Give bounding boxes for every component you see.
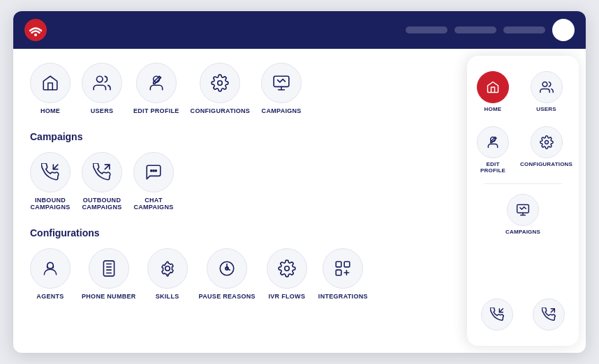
pause-reasons-label: PAUSE REASONS — [199, 293, 256, 300]
right-home-icon — [486, 80, 500, 94]
nav-campaigns[interactable]: CAMPAIGNS — [261, 63, 302, 114]
svg-point-28 — [545, 141, 548, 144]
campaigns-icon-circle — [261, 63, 302, 103]
outbound-label: OUTBOUNDCAMPAIGNS — [82, 197, 121, 211]
right-home-label: HOME — [485, 106, 502, 112]
top-icons-row: HOME USERS — [30, 63, 450, 114]
right-configurations[interactable]: CONFIGURATIONS — [517, 122, 575, 178]
logo — [24, 19, 47, 41]
left-panel: HOME USERS — [13, 49, 467, 353]
chat-campaigns[interactable]: CHATCAMPAIGNS — [133, 152, 174, 211]
svg-rect-14 — [103, 261, 114, 276]
campaigns-section-header: Campaigns — [30, 131, 450, 142]
svg-point-19 — [165, 266, 170, 271]
nav-pills — [406, 19, 575, 41]
svg-point-26 — [542, 82, 547, 87]
campaigns-label: CAMPAIGNS — [262, 107, 302, 114]
right-campaigns-label: CAMPAIGNS — [505, 229, 540, 235]
ivr-icon — [278, 259, 296, 278]
nav-home[interactable]: HOME — [30, 63, 71, 114]
right-edit-profile-label: EDIT PROFILE — [477, 161, 509, 174]
svg-line-8 — [53, 165, 58, 169]
campaigns-icons-row: INBOUNDCAMPAIGNS OUTBOUNDCAMPAIGNS — [30, 152, 450, 211]
agent-icon — [41, 259, 59, 278]
svg-point-13 — [47, 262, 54, 268]
nav-configurations[interactable]: CONFIGURATIONS — [191, 63, 251, 114]
skills-nav[interactable]: SKILLS — [147, 248, 188, 300]
svg-point-10 — [151, 170, 152, 172]
ivr-flows-nav[interactable]: IVR FLOWS — [267, 248, 307, 300]
users-icon — [93, 74, 111, 92]
svg-point-11 — [153, 170, 154, 172]
right-edit-profile-circle — [477, 126, 509, 158]
agents-nav[interactable]: AGENTS — [30, 248, 71, 300]
ivr-flows-label: IVR FLOWS — [269, 293, 306, 300]
right-inbound-icon — [490, 308, 504, 321]
right-users-circle — [531, 71, 563, 103]
right-panel-grid: HOME USERS — [474, 67, 572, 178]
pause-reasons-icon — [218, 259, 236, 278]
phone-number-icon-circle — [89, 248, 129, 289]
phone-number-icon — [100, 259, 118, 278]
right-inbound[interactable] — [474, 294, 520, 335]
right-outbound-icon — [542, 308, 556, 321]
chat-label: CHATCAMPAIGNS — [133, 197, 173, 211]
svg-point-1 — [34, 33, 37, 36]
user-avatar[interactable] — [552, 19, 575, 41]
svg-point-12 — [155, 170, 156, 172]
chat-icon — [145, 163, 163, 181]
svg-line-9 — [105, 165, 110, 169]
right-outbound[interactable] — [526, 294, 572, 335]
right-edit-profile-icon — [486, 135, 500, 149]
right-campaigns-icon — [516, 203, 530, 217]
configurations-icons-row: AGENTS PHONE NUMBER — [30, 248, 450, 300]
integrations-icon — [334, 259, 352, 278]
nav-pill-1 — [406, 26, 448, 33]
right-inbound-circle — [481, 298, 513, 331]
right-users[interactable]: USERS — [517, 67, 575, 116]
right-campaigns[interactable]: CAMPAIGNS — [503, 190, 543, 239]
inbound-campaigns[interactable]: INBOUNDCAMPAIGNS — [30, 152, 71, 211]
configurations-icon — [211, 74, 229, 92]
skills-icon-circle — [147, 248, 188, 289]
app-window: HOME USERS — [13, 11, 586, 353]
agents-label: AGENTS — [36, 293, 64, 300]
skills-label: SKILLS — [156, 293, 179, 300]
inbound-label: INBOUNDCAMPAIGNS — [30, 197, 70, 211]
phone-number-nav[interactable]: PHONE NUMBER — [82, 248, 136, 300]
configurations-label: CONFIGURATIONS — [191, 107, 251, 114]
outbound-call-icon — [93, 163, 111, 181]
svg-rect-25 — [337, 270, 342, 275]
right-home[interactable]: HOME — [474, 67, 512, 116]
agent-icon-circle — [30, 248, 71, 289]
configurations-section-header: Configurations — [30, 227, 450, 238]
chat-icon-circle — [133, 152, 174, 192]
right-users-icon — [540, 80, 554, 94]
right-configurations-circle — [531, 126, 563, 158]
nav-pill-3 — [503, 26, 545, 33]
svg-rect-24 — [344, 261, 350, 267]
integrations-label: INTEGRATIONS — [318, 293, 368, 300]
outbound-campaigns[interactable]: OUTBOUNDCAMPAIGNS — [82, 152, 122, 211]
logo-icon — [24, 19, 47, 41]
inbound-call-icon-circle — [30, 152, 71, 192]
nav-users[interactable]: USERS — [82, 63, 122, 114]
edit-profile-icon-circle — [136, 63, 177, 103]
right-configurations-icon — [540, 135, 554, 149]
right-users-label: USERS — [536, 106, 556, 112]
main-content: HOME USERS — [13, 49, 586, 353]
integrations-nav[interactable]: INTEGRATIONS — [318, 248, 368, 300]
home-label: HOME — [40, 107, 60, 114]
right-configurations-label: CONFIGURATIONS — [520, 161, 572, 167]
svg-point-0 — [24, 19, 47, 41]
configurations-icon-circle — [200, 63, 240, 103]
right-outbound-circle — [533, 298, 565, 331]
inbound-call-icon — [41, 163, 59, 181]
right-divider — [484, 183, 562, 184]
right-campaigns-circle — [507, 194, 539, 226]
right-edit-profile[interactable]: EDIT PROFILE — [474, 122, 512, 178]
nav-edit-profile[interactable]: EDIT PROFILE — [133, 63, 179, 114]
ivr-icon-circle — [267, 248, 307, 289]
pause-reasons-icon-circle — [207, 248, 247, 289]
pause-reasons-nav[interactable]: PAUSE REASONS — [199, 248, 256, 300]
